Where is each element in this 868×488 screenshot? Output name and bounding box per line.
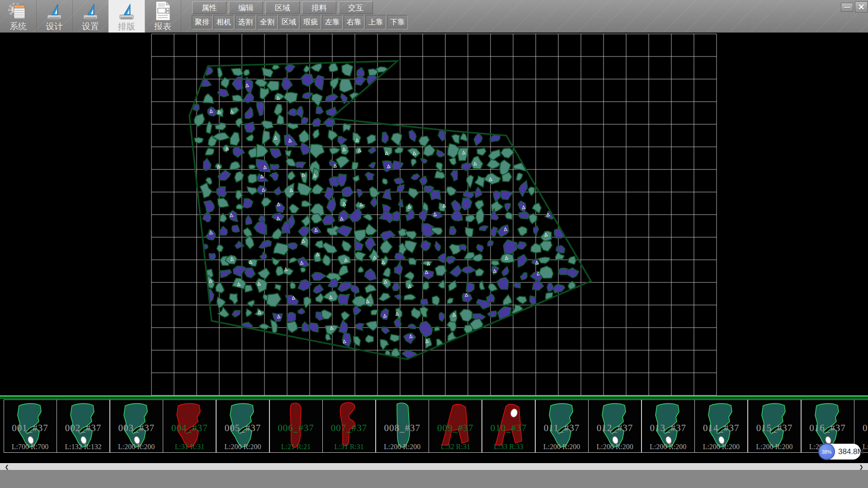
tool-button-10[interactable]: 下靠: [387, 15, 408, 29]
part-shape: [225, 401, 261, 451]
part-shape: [278, 401, 315, 451]
part-thumbnail-7[interactable]: 007_#37L:31 R:31: [322, 399, 376, 453]
part-shape: [703, 401, 740, 451]
report-icon: [153, 1, 173, 21]
design-icon: [44, 1, 65, 21]
progress-circle: 38%: [818, 443, 835, 460]
app-button-label: 排版: [118, 21, 135, 32]
part-shape: [13, 401, 49, 451]
part-thumbnail-6[interactable]: 006_#37L:21 R:21: [269, 399, 323, 453]
part-label: 0: [854, 422, 868, 434]
part-thumbnail-14[interactable]: 014_#37L:200 R:200: [694, 399, 748, 453]
parts-strip: 001_#37L:700 R:700002_#37L:132 R:132003_…: [0, 399, 868, 454]
part-thumbnail-15[interactable]: 015_#37L:200 R:200: [748, 399, 801, 453]
app-button-label: 系统: [9, 21, 27, 32]
part-thumbnail-8[interactable]: 008_#37L:200 R:200: [376, 399, 429, 453]
part-thumbnail-4[interactable]: 004_#37L:31 R:31: [163, 399, 216, 453]
part-shape: [172, 401, 208, 451]
part-shape: [385, 401, 421, 451]
system-icon: [8, 1, 28, 21]
main-toolbar: 系统 设计 设置 排版 报表 属性编辑区域排料交互 聚排相机选割全割区域瑕疵左靠…: [0, 0, 868, 33]
part-shape: [757, 401, 793, 451]
memory-value: 384.8M: [838, 444, 864, 460]
app-button-label: 设计: [46, 21, 63, 32]
canvas-area: [0, 33, 868, 395]
part-thumbnail-12[interactable]: 012_#37L:200 R:200: [588, 399, 642, 453]
nesting-icon: [116, 1, 137, 21]
tool-button-7[interactable]: 左靠: [322, 15, 343, 29]
app-button-4[interactable]: 排版: [108, 0, 145, 33]
tool-button-5[interactable]: 区域: [278, 15, 299, 29]
nested-pieces: [193, 63, 579, 360]
tool-button-3[interactable]: 选割: [235, 15, 256, 29]
app-button-2[interactable]: 设计: [36, 0, 73, 33]
app-button-3[interactable]: 设置: [72, 0, 109, 33]
part-thumbnail-3[interactable]: 003_#37L:200 R:200: [110, 399, 163, 453]
tool-button-2[interactable]: 相机: [213, 15, 234, 29]
part-shape: [66, 401, 102, 451]
status-footer: [0, 470, 868, 488]
part-thumbnail-9[interactable]: 009_#37L:32 R:31: [429, 399, 482, 453]
close-button[interactable]: ✕: [855, 1, 868, 13]
menu-tab-1[interactable]: 属性: [192, 1, 226, 14]
part-shape: [651, 401, 687, 451]
menu-tab-4[interactable]: 排料: [302, 1, 336, 14]
nesting-canvas[interactable]: [0, 33, 868, 395]
part-shape: [331, 401, 368, 451]
tool-button-9[interactable]: 上靠: [365, 15, 386, 29]
app-button-1[interactable]: 系统: [0, 0, 37, 33]
part-thumbnail-2[interactable]: 002_#37L:132 R:132: [57, 399, 110, 453]
settings-icon: [80, 1, 101, 21]
menu-tab-3[interactable]: 区域: [265, 1, 300, 14]
app-button-5[interactable]: 报表: [145, 0, 181, 33]
part-shape: [491, 401, 527, 451]
part-shape: [119, 401, 155, 451]
app-button-label: 报表: [154, 21, 171, 32]
part-shape: [544, 401, 580, 451]
thumbnail-separator: [0, 395, 868, 399]
memory-status-badge: 38% 384.8M: [819, 444, 861, 460]
part-thumbnail-13[interactable]: 013_#37L:200 R:200: [642, 399, 695, 453]
minimize-button[interactable]: —: [841, 3, 853, 12]
part-shape: [438, 401, 474, 451]
scroll-right-icon[interactable]: ❯: [855, 464, 867, 470]
tool-button-8[interactable]: 右靠: [344, 15, 364, 29]
part-shape: [597, 401, 633, 451]
tool-button-6[interactable]: 瑕疵: [300, 15, 321, 29]
part-thumbnail-11[interactable]: 011_#37L:200 R:200: [535, 399, 589, 453]
horizontal-scrollbar[interactable]: ❮ ❯: [0, 463, 868, 470]
part-thumbnail-10[interactable]: 010_#37L:33 R:33: [482, 399, 535, 453]
progress-percent: 38%: [821, 449, 831, 455]
menu-tab-5[interactable]: 交互: [339, 1, 373, 14]
tool-button-1[interactable]: 聚排: [192, 15, 212, 29]
part-thumbnail-5[interactable]: 005_#37L:200 R:200: [216, 399, 269, 453]
part-thumbnail-1[interactable]: 001_#37L:700 R:700: [4, 399, 57, 453]
tool-button-4[interactable]: 全割: [257, 15, 278, 29]
app-button-label: 设置: [82, 21, 99, 32]
menu-tab-2[interactable]: 编辑: [229, 1, 263, 14]
scroll-left-icon[interactable]: ❮: [1, 464, 13, 470]
